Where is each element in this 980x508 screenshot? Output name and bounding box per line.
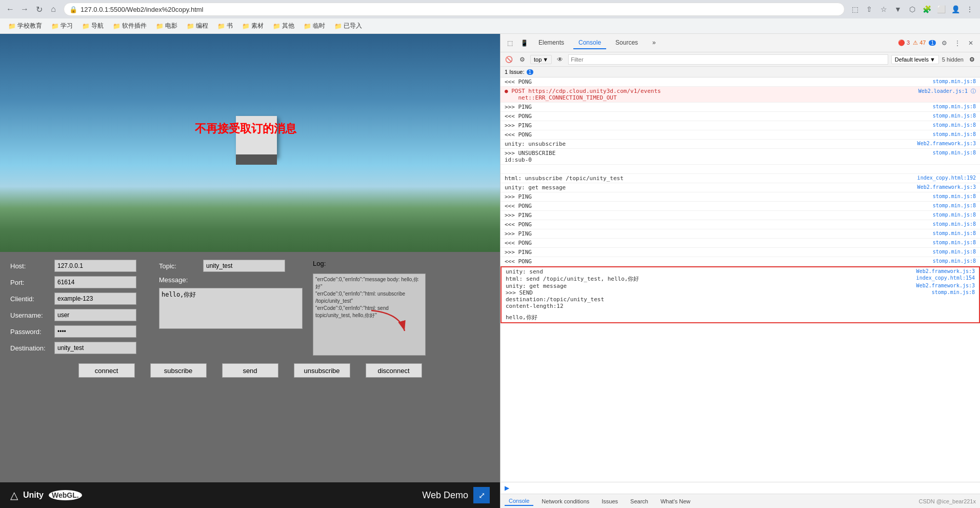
tab-sources[interactable]: Sources	[610, 37, 643, 49]
console-source[interactable]: index_copy.html:192	[917, 175, 976, 181]
console-text-hello: hello,你好	[506, 314, 537, 321]
console-source[interactable]: stomp.min.js:8	[933, 249, 976, 255]
unsubscribe-button[interactable]: unsubscribe	[294, 363, 350, 378]
port-input[interactable]	[54, 276, 136, 288]
subscribe-button[interactable]: subscribe	[150, 363, 207, 378]
top-selector[interactable]: top ▼	[530, 55, 552, 64]
bookmark-item[interactable]: 📁 编程	[184, 21, 211, 31]
address-bar[interactable]: 🔒 127.0.0.1:5500/Web2/index%20copy.html	[64, 3, 845, 16]
hidden-count: 5 hidden	[942, 56, 964, 63]
console-settings-icon[interactable]: ⚙	[517, 54, 527, 65]
eye-icon[interactable]: 👁	[555, 54, 565, 65]
inspect-element-icon[interactable]: ⬚	[505, 38, 515, 48]
console-source[interactable]: stomp.min.js:8	[933, 221, 976, 227]
top-selector-chevron: ▼	[543, 56, 548, 63]
console-source[interactable]: Web2.framework.js:3	[916, 283, 975, 289]
puzzle-icon[interactable]: 🧩	[921, 3, 933, 15]
console-source[interactable]: stomp.min.js:8	[933, 212, 976, 218]
tab-console[interactable]: Console	[573, 37, 606, 49]
connect-button[interactable]: connect	[78, 363, 135, 378]
tab-elements[interactable]: Elements	[533, 37, 569, 49]
bookmark-item[interactable]: 📁 学习	[48, 21, 76, 31]
console-source[interactable]: Web2.loader.js:1 ⓘ	[918, 88, 976, 95]
warning-badge: ⚠ 47	[913, 40, 926, 46]
clear-console-icon[interactable]: 🚫	[504, 54, 514, 65]
console-gear-icon[interactable]: ⚙	[967, 54, 977, 65]
bookmark-item[interactable]: 📁 电影	[153, 21, 181, 31]
back-button[interactable]: ←	[4, 3, 16, 15]
console-source[interactable]: stomp.min.js:8	[932, 289, 975, 296]
bookmark-item[interactable]: 📁 软件插件	[110, 21, 150, 31]
console-source[interactable]: Web2.framework.js:3	[917, 141, 976, 146]
console-source[interactable]: stomp.min.js:8	[933, 122, 976, 128]
close-devtools-icon[interactable]: ✕	[966, 38, 976, 48]
console-row: <<< PONG stomp.min.js:8	[501, 77, 980, 87]
home-button[interactable]: ⌂	[47, 3, 59, 15]
devtools-header: ⬚ 📱 Elements Console Sources » 🔴 3 ⚠ 47 …	[501, 34, 980, 52]
bookmark-item[interactable]: 📁 学校教育	[5, 21, 45, 31]
console-source[interactable]: stomp.min.js:8	[933, 258, 976, 264]
extension-icon[interactable]: ⬡	[906, 3, 918, 15]
menu-icon[interactable]: ⋮	[964, 3, 976, 15]
footer-tab-search[interactable]: Search	[626, 497, 652, 505]
share-icon[interactable]: ⇧	[863, 3, 875, 15]
user-icon[interactable]: 👤	[949, 3, 962, 15]
footer-tab-whatsnew[interactable]: What's New	[656, 497, 694, 505]
message-textarea[interactable]: hello,你好	[159, 288, 303, 329]
console-source[interactable]: stomp.min.js:8	[933, 131, 976, 137]
unity-logo-symbol: △	[10, 489, 18, 501]
send-button[interactable]: send	[222, 363, 278, 378]
default-levels-selector[interactable]: Default levels ▼	[891, 55, 939, 64]
bookmark-item[interactable]: 📁 书	[214, 21, 236, 31]
window-icon[interactable]: ⬜	[935, 3, 947, 15]
bookmark-item[interactable]: 📁 素材	[239, 21, 267, 31]
console-content[interactable]: <<< PONG stomp.min.js:8 ● POST https://c…	[501, 77, 980, 482]
screen-capture-icon[interactable]: ⬚	[849, 3, 861, 15]
console-text-unity-send: unity: send	[506, 268, 916, 275]
disconnect-button[interactable]: disconnect	[366, 363, 422, 378]
csdn-watermark: CSDN @ice_bear221x	[919, 498, 976, 504]
username-input[interactable]	[54, 309, 136, 321]
console-source[interactable]: stomp.min.js:8	[933, 113, 976, 119]
device-toolbar-icon[interactable]: 📱	[519, 38, 529, 48]
username-row: Username:	[10, 309, 149, 321]
filter-input[interactable]	[568, 54, 888, 65]
console-source[interactable]: stomp.min.js:8	[933, 150, 976, 155]
error-badge: 🔴 3	[898, 40, 910, 46]
password-input[interactable]	[54, 325, 136, 338]
destination-input[interactable]	[54, 342, 136, 354]
console-source[interactable]: Web2.framework.js:3	[917, 184, 976, 190]
console-source[interactable]: stomp.min.js:8	[933, 203, 976, 208]
bookmark-icon[interactable]: ☆	[877, 3, 890, 15]
footer-tab-issues[interactable]: Issues	[597, 497, 622, 505]
footer-tab-network[interactable]: Network conditions	[537, 497, 593, 505]
console-source[interactable]: Web2.framework.js:3	[916, 268, 975, 275]
console-text-send-cmd: >>> SEND	[506, 289, 932, 296]
bookmark-item[interactable]: 📁 导航	[79, 21, 107, 31]
clientid-input[interactable]	[54, 292, 136, 305]
topic-input[interactable]	[203, 260, 285, 272]
profile-icon[interactable]: ▼	[892, 3, 904, 15]
tab-more[interactable]: »	[647, 37, 661, 49]
footer-tab-console[interactable]: Console	[505, 497, 533, 506]
console-source[interactable]: stomp.min.js:8	[933, 104, 976, 109]
bookmark-label: 软件插件	[122, 22, 147, 30]
bookmark-item[interactable]: 📁 其他	[270, 21, 297, 31]
webgl-logo: WebGL.	[49, 490, 82, 500]
console-source[interactable]: stomp.min.js:8	[933, 230, 976, 236]
settings-icon[interactable]: ⚙	[939, 38, 949, 48]
devtools-panel: ⬚ 📱 Elements Console Sources » 🔴 3 ⚠ 47 …	[500, 34, 980, 508]
expand-button[interactable]: ⤢	[473, 487, 490, 503]
refresh-button[interactable]: ↻	[33, 3, 45, 15]
console-source[interactable]: index_copy.html:154	[916, 275, 975, 283]
nav-buttons: ← → ↻ ⌂	[4, 3, 59, 15]
bookmark-item[interactable]: 📁 临时	[301, 21, 328, 31]
console-source[interactable]: stomp.min.js:8	[933, 79, 976, 84]
bookmark-item[interactable]: 📁 已导入	[331, 21, 365, 31]
console-source[interactable]: stomp.min.js:8	[933, 193, 976, 199]
host-input[interactable]	[54, 260, 136, 272]
bookmark-label: 导航	[91, 22, 104, 30]
console-source[interactable]: stomp.min.js:8	[933, 240, 976, 245]
forward-button[interactable]: →	[18, 3, 31, 15]
more-options-icon[interactable]: ⋮	[952, 38, 963, 48]
